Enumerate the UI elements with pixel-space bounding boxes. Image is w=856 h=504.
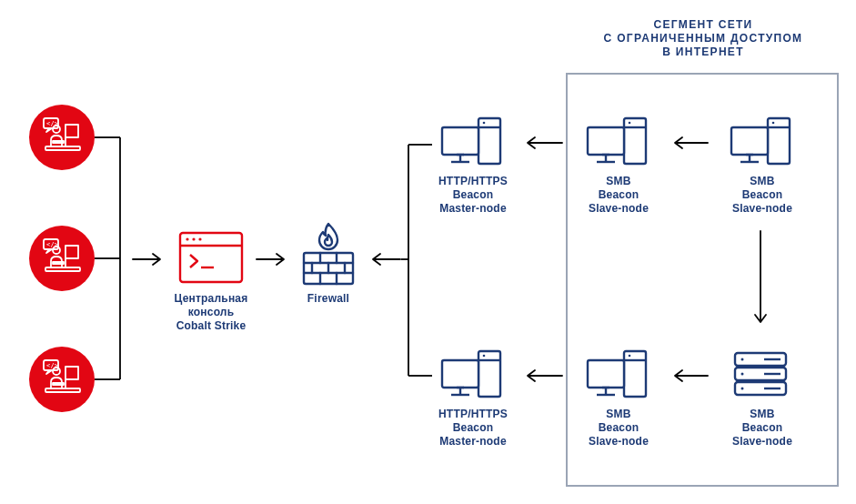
slave-node-top-right-label: SMB Beacon Slave-node (721, 175, 803, 216)
firewall-node (298, 220, 358, 291)
workstation-icon (584, 348, 650, 400)
console-label: Центральная консоль Cobalt Strike (164, 292, 258, 333)
svg-rect-59 (624, 351, 646, 397)
master-node-top-label: HTTP/HTTPS Beacon Master-node (428, 175, 519, 216)
arrow-icon (520, 136, 564, 150)
arrow-console-to-firewall (255, 252, 289, 267)
arrow-icon (668, 136, 710, 150)
svg-point-61 (629, 355, 631, 358)
master-node-top (438, 115, 504, 171)
arrow-slave-top2-to-bot2 (753, 229, 768, 329)
svg-text:</>: </> (46, 120, 58, 127)
svg-point-54 (483, 355, 486, 358)
arrow-icon (520, 368, 564, 383)
svg-point-70 (741, 373, 744, 376)
attacker-node-3: </> (29, 347, 95, 412)
svg-rect-15 (180, 233, 242, 282)
svg-rect-31 (478, 118, 500, 164)
arrow-slave-top1-to-master-top (520, 136, 564, 150)
arrow-slave-bot1-to-master-bot (520, 368, 564, 383)
firewall-label: Firewall (293, 292, 364, 306)
svg-point-19 (198, 237, 201, 240)
slave-node-top-right (728, 115, 793, 171)
arrow-icon (668, 368, 710, 383)
svg-point-18 (192, 237, 195, 240)
diagram-stage: СЕГМЕНТ СЕТИ С ОГРАНИЧЕННЫМ ДОСТУПОМ В И… (0, 0, 856, 504)
attacker-person-icon: </> (29, 347, 95, 412)
attacker-link-lines (95, 135, 127, 385)
workstation-icon (584, 115, 650, 167)
svg-rect-41 (588, 127, 624, 155)
svg-point-47 (772, 122, 775, 125)
svg-point-40 (629, 122, 631, 125)
svg-rect-55 (442, 360, 478, 388)
server-rack-icon (731, 348, 790, 400)
svg-point-17 (186, 237, 188, 240)
workstation-icon (728, 115, 793, 167)
arrow-icon (753, 229, 768, 329)
master-node-bottom-label: HTTP/HTTPS Beacon Master-node (428, 408, 519, 449)
svg-point-33 (483, 122, 486, 125)
attacker-person-icon: </> (29, 105, 95, 170)
console-node (177, 230, 245, 288)
arrow-icon (368, 252, 402, 267)
svg-rect-48 (731, 127, 768, 155)
slave-node-bottom-right (731, 348, 790, 404)
slave-node-top-left (584, 115, 650, 171)
attacker-node-1: </> (29, 105, 95, 170)
svg-rect-34 (442, 127, 478, 155)
segment-header: СЕГМЕНТ СЕТИ С ОГРАНИЧЕННЫМ ДОСТУПОМ В И… (571, 18, 835, 59)
svg-point-71 (741, 388, 744, 390)
arrow-attackers-to-console (131, 252, 166, 267)
slave-node-bottom-left-label: SMB Beacon Slave-node (578, 408, 660, 449)
svg-rect-45 (768, 118, 790, 164)
workstation-icon (438, 115, 504, 167)
slave-node-bottom-right-label: SMB Beacon Slave-node (721, 408, 803, 449)
svg-point-69 (741, 358, 744, 361)
svg-text:</>: </> (46, 362, 58, 369)
svg-rect-52 (478, 351, 500, 397)
attacker-person-icon: </> (29, 226, 95, 291)
arrow-slave-bot2-to-bot1 (668, 368, 710, 383)
arrow-slave-top2-to-top1 (668, 136, 710, 150)
workstation-icon (438, 348, 504, 400)
arrow-masters-to-firewall (368, 252, 402, 267)
firewall-icon (298, 220, 358, 287)
svg-rect-38 (624, 118, 646, 164)
arrow-icon (131, 252, 166, 267)
attacker-node-2: </> (29, 226, 95, 291)
svg-rect-62 (588, 360, 624, 388)
terminal-icon (177, 230, 245, 285)
arrow-icon (255, 252, 289, 267)
svg-text:</>: </> (46, 241, 58, 248)
slave-node-top-left-label: SMB Beacon Slave-node (578, 175, 660, 216)
master-node-bottom (438, 348, 504, 404)
slave-node-bottom-left (584, 348, 650, 404)
